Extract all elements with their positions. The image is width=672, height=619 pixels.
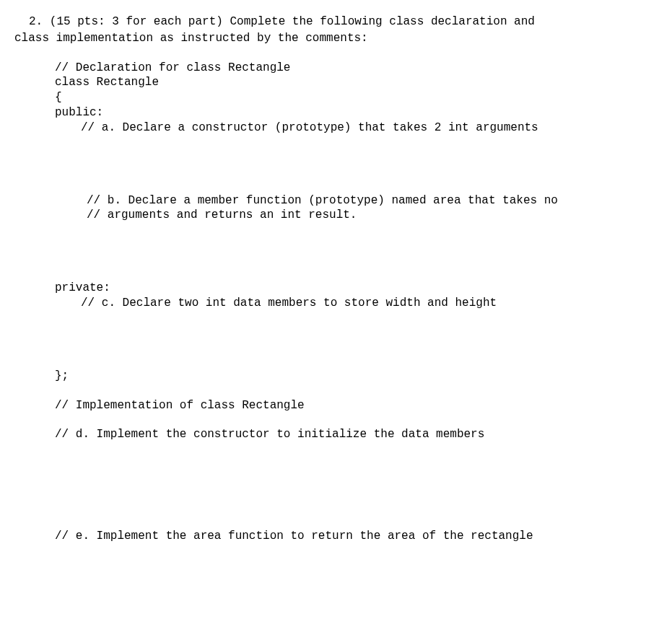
comment-declaration: // Declaration for class Rectangle [55,61,658,76]
part-c-comment: // c. Declare two int data members to st… [81,296,658,311]
code-block: // Declaration for class Rectangle class… [14,61,658,587]
part-e-comment: // e. Implement the area function to ret… [55,529,658,544]
question-text: 2. (15 pts: 3 for each part) Complete th… [14,14,658,46]
question-header-line2: class implementation as instructed by th… [14,31,658,46]
answer-space-e [14,544,658,587]
answer-space-c [14,311,658,369]
answer-space-a [14,136,658,193]
class-keyword-line: class Rectangle [55,75,658,90]
open-brace: { [55,90,658,105]
spacer-2 [14,413,658,427]
part-d-comment: // d. Implement the constructor to initi… [55,427,658,442]
part-b-comment-line2: // arguments and returns an int result. [87,208,658,223]
private-label: private: [55,281,658,296]
spacer-1 [14,384,658,398]
answer-space-b [14,223,658,281]
impl-comment: // Implementation of class Rectangle [55,398,658,413]
public-label: public: [55,105,658,120]
close-brace: }; [55,369,658,384]
answer-space-d [14,442,658,529]
part-a-comment: // a. Declare a constructor (prototype) … [81,120,658,136]
question-header-line1: 2. (15 pts: 3 for each part) Complete th… [29,14,658,30]
part-b-comment-line1: // b. Declare a member function (prototy… [87,193,658,208]
